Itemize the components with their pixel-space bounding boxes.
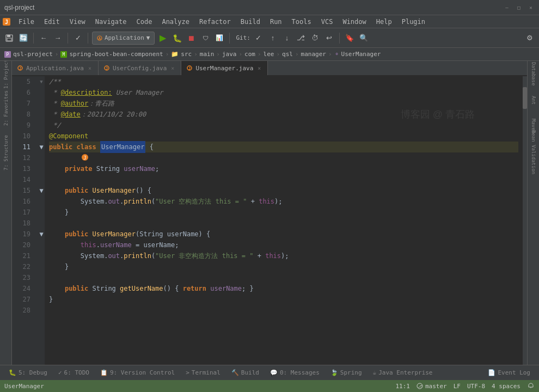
stop-btn[interactable]: ⏹: [185, 32, 197, 44]
tab-application-close[interactable]: ×: [87, 65, 93, 71]
svg-text:J: J: [19, 66, 21, 71]
status-class-label: UserManager: [4, 383, 44, 390]
menu-window[interactable]: Window: [338, 17, 370, 27]
git-branch-btn[interactable]: ⎇: [295, 32, 307, 44]
bottom-tab-build[interactable]: 🔨 Build: [227, 367, 264, 379]
toolbar-check-btn[interactable]: ✓: [72, 32, 84, 44]
bookmark-btn[interactable]: 🔖: [344, 32, 356, 44]
breadcrumb-src[interactable]: 📁 src: [171, 51, 192, 58]
toolbar-forward-btn[interactable]: →: [52, 32, 64, 44]
menu-view[interactable]: View: [65, 17, 90, 27]
code-line-23: [49, 272, 518, 283]
fold-11[interactable]: ▼: [38, 142, 45, 152]
sidebar-item-project[interactable]: 1: Project: [1, 63, 11, 85]
find-btn[interactable]: 🔍: [358, 32, 370, 44]
git-pull-btn[interactable]: ↓: [281, 32, 293, 44]
menu-file[interactable]: File: [14, 17, 39, 27]
ln-20: 20: [12, 240, 34, 250]
toolbar-save-btn[interactable]: [3, 32, 15, 44]
fold-13: [38, 163, 45, 174]
tab-application-java[interactable]: J Application.java ×: [12, 61, 99, 75]
tab-userconfig-close[interactable]: ×: [170, 65, 175, 71]
menu-plugin[interactable]: Plugin: [397, 17, 430, 27]
sidebar-item-favorites[interactable]: 2: Favorites: [1, 97, 11, 119]
status-encoding[interactable]: UTF-8: [467, 383, 485, 390]
profiler-btn[interactable]: 📊: [213, 32, 225, 44]
tab-userconfig-java[interactable]: J UserConfig.java ×: [99, 61, 181, 75]
status-indent[interactable]: 4 spaces: [492, 383, 520, 390]
breadcrumb-module[interactable]: M spring-boot-bean-component: [60, 51, 163, 58]
coverage-btn[interactable]: 🛡: [199, 32, 211, 44]
breadcrumb-lee[interactable]: lee: [264, 51, 274, 58]
code-line-28: [49, 305, 518, 316]
fold-19[interactable]: ▼: [38, 229, 45, 240]
bottom-tab-messages[interactable]: 💬 0: Messages: [266, 367, 324, 379]
breadcrumb-qsl[interactable]: qsl: [282, 51, 293, 58]
toolbar: 🔄 ← → ✓ A Application ▼ ▶ 🐛 ⏹ 🛡 📊 Git: ✓…: [0, 28, 539, 48]
settings-btn[interactable]: ⚙: [524, 32, 536, 44]
minimize-button[interactable]: —: [503, 4, 511, 11]
code-line-11: J public class UserManager {: [49, 142, 518, 152]
ln-13: 13: [12, 163, 34, 174]
menu-help[interactable]: Help: [372, 17, 396, 27]
sidebar-database[interactable]: Database: [529, 63, 538, 85]
svg-text:M: M: [63, 52, 65, 57]
fold-22: [38, 261, 45, 272]
bottom-tab-terminal[interactable]: > Terminal: [181, 367, 225, 379]
ln-15: 15: [12, 185, 34, 196]
git-check-btn[interactable]: ✓: [253, 32, 265, 44]
build-icon: 🔨: [231, 369, 239, 376]
menu-tools[interactable]: Tools: [287, 17, 316, 27]
breadcrumb-usermanager[interactable]: ⚬ UserManager: [334, 51, 381, 58]
menu-build[interactable]: Build: [236, 17, 265, 27]
code-content[interactable]: /** * @description: User Manager * @auth…: [45, 76, 523, 365]
toolbar-sync-btn[interactable]: 🔄: [17, 32, 29, 44]
bottom-tab-debug[interactable]: 🐛 5: Debug: [4, 367, 52, 379]
breadcrumb-main[interactable]: main: [200, 51, 215, 58]
breadcrumb-project[interactable]: P qsl-project: [4, 51, 53, 58]
sidebar-bean-validation[interactable]: Bean Validation: [529, 142, 538, 163]
sidebar-ant[interactable]: Ant: [529, 89, 538, 111]
ln-18: 18: [12, 218, 34, 229]
fold-15[interactable]: ▼: [38, 185, 45, 196]
fold-8: [38, 109, 45, 120]
menu-run[interactable]: Run: [266, 17, 286, 27]
menu-vcs[interactable]: VCS: [317, 17, 338, 27]
status-lf[interactable]: LF: [454, 383, 461, 390]
menu-code[interactable]: Code: [132, 17, 157, 27]
debug-btn[interactable]: 🐛: [171, 32, 183, 44]
status-position[interactable]: 11:1: [395, 383, 410, 390]
event-log-icon: 📄: [488, 369, 495, 376]
git-push-btn[interactable]: ↑: [267, 32, 279, 44]
code-line-14: [49, 174, 518, 185]
tab-usermanager-close[interactable]: ×: [256, 65, 262, 71]
maximize-button[interactable]: □: [515, 4, 523, 11]
menu-refactor[interactable]: Refactor: [195, 17, 235, 27]
menu-edit[interactable]: Edit: [40, 17, 64, 27]
status-class[interactable]: UserManager: [4, 383, 44, 390]
scroll-indicator[interactable]: [523, 76, 527, 365]
menu-navigate[interactable]: Navigate: [91, 17, 131, 27]
bottom-tab-todo[interactable]: ✓ 6: TODO: [54, 367, 94, 379]
breadcrumb-manager[interactable]: manager: [301, 51, 326, 58]
bottom-tab-event-log[interactable]: 📄 Event Log: [483, 367, 535, 379]
bottom-tab-spring[interactable]: 🍃 Spring: [326, 367, 366, 379]
breadcrumb-java[interactable]: java: [222, 51, 237, 58]
ln-8: 8: [12, 109, 34, 120]
bottom-tab-version-control[interactable]: 📋 9: Version Control: [96, 367, 179, 379]
status-git[interactable]: ⎇ master: [416, 383, 447, 390]
bottom-tab-java-enterprise[interactable]: ☕ Java Enterprise: [369, 367, 437, 379]
menu-analyze[interactable]: Analyze: [157, 17, 194, 27]
run-configuration[interactable]: A Application ▼: [92, 32, 155, 45]
tab-usermanager-java[interactable]: J UserManager.java ×: [181, 61, 268, 75]
fold-5[interactable]: ▼: [38, 76, 45, 87]
run-btn[interactable]: ▶: [157, 32, 169, 44]
breadcrumb-com[interactable]: com: [244, 51, 255, 58]
status-notifications[interactable]: [527, 382, 535, 390]
sidebar-item-structure[interactable]: 7: Structure: [1, 142, 11, 163]
toolbar-sep-3: [88, 33, 88, 44]
git-rollback-btn[interactable]: ↩: [323, 32, 335, 44]
git-history-btn[interactable]: ⏱: [309, 32, 321, 44]
toolbar-back-btn[interactable]: ←: [38, 32, 50, 44]
close-button[interactable]: ✕: [527, 4, 535, 11]
